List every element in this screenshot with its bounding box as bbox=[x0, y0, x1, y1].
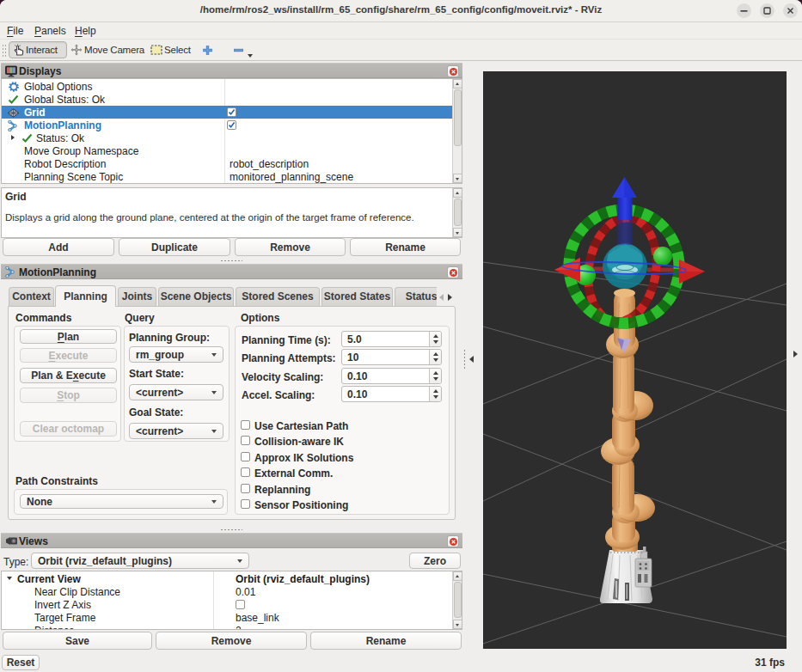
scrollbar-thumb[interactable] bbox=[454, 89, 462, 146]
scrollbar-up-button[interactable] bbox=[453, 79, 462, 89]
tree-row-target-frame[interactable]: Target Frame base_link bbox=[2, 611, 462, 624]
spin-up-icon[interactable] bbox=[433, 389, 438, 393]
add-tool-button[interactable] bbox=[199, 41, 217, 58]
tree-row-value[interactable]: 2 bbox=[236, 625, 242, 630]
tree-row-move-group-namespace[interactable]: Move Group Namespace bbox=[2, 144, 462, 157]
scrollbar-down-button[interactable] bbox=[453, 620, 462, 629]
tree-row-distance[interactable]: Distance 2 bbox=[2, 624, 462, 630]
velocity-scaling-spinbox[interactable] bbox=[341, 368, 442, 384]
approx-ik-solutions-checkbox[interactable] bbox=[241, 452, 250, 461]
views-tree-scrollbar[interactable] bbox=[452, 571, 462, 629]
tree-row-robot-description[interactable]: Robot Description robot_description bbox=[2, 157, 462, 170]
tree-row-invert-z[interactable]: Invert Z Axis bbox=[2, 598, 462, 611]
rename-view-button[interactable]: Rename bbox=[310, 632, 462, 650]
render-viewport[interactable] bbox=[483, 71, 787, 649]
plan-and-execute-button[interactable]: Plan & Execute bbox=[20, 368, 117, 383]
invert-z-checkbox[interactable] bbox=[236, 600, 245, 609]
accel-scaling-spinbox[interactable] bbox=[341, 386, 442, 402]
rename-display-button[interactable]: Rename bbox=[350, 238, 461, 256]
spin-down-icon[interactable] bbox=[433, 358, 438, 362]
panel-splitter-handle[interactable] bbox=[220, 528, 242, 531]
displays-tree-scrollbar[interactable] bbox=[452, 79, 462, 183]
sensor-positioning-checkbox[interactable] bbox=[241, 499, 250, 509]
close-button[interactable] bbox=[783, 3, 798, 18]
viewport-splitter-collapse-left-icon[interactable] bbox=[469, 356, 474, 363]
minimize-button[interactable] bbox=[737, 3, 751, 18]
tree-row-value[interactable]: base_link bbox=[236, 612, 279, 624]
menu-file[interactable]: File bbox=[7, 25, 23, 37]
reset-button[interactable]: Reset bbox=[2, 655, 40, 670]
clear-octomap-button[interactable]: Clear octomap bbox=[20, 421, 117, 437]
viewport-splitter-collapse-right-icon[interactable] bbox=[793, 351, 798, 357]
remove-display-button[interactable]: Remove bbox=[235, 238, 346, 256]
titlebar[interactable]: /home/rm/ros2_ws/install/rm_65_config/sh… bbox=[0, 0, 802, 22]
tab-joints[interactable]: Joints bbox=[118, 287, 156, 306]
displays-tree[interactable]: Global Options Global Status: Ok Grid bbox=[1, 78, 462, 184]
maximize-button[interactable] bbox=[760, 3, 774, 18]
motionplanning-panel-header[interactable]: MotionPlanning bbox=[1, 264, 462, 279]
planning-time-spinbox[interactable] bbox=[341, 331, 442, 347]
tree-row-scene-geometry[interactable]: Scene Geometry bbox=[2, 182, 462, 184]
tree-row-global-status[interactable]: Global Status: Ok bbox=[2, 93, 462, 106]
tab-status[interactable]: Status bbox=[395, 287, 437, 306]
scrollbar-thumb[interactable] bbox=[454, 199, 462, 226]
planning-attempts-input[interactable] bbox=[347, 350, 423, 364]
velocity-scaling-input[interactable] bbox=[347, 369, 423, 383]
scrollbar-up-button[interactable] bbox=[453, 571, 462, 581]
interact-tool-button[interactable]: Interact bbox=[9, 41, 67, 58]
add-display-button[interactable]: Add bbox=[3, 238, 114, 256]
view-type-combo[interactable]: Orbit (rviz_default_plugins) bbox=[31, 553, 249, 569]
spin-buttons[interactable] bbox=[429, 369, 441, 383]
menu-panels[interactable]: Panels bbox=[34, 25, 66, 37]
motionplanning-close-button[interactable] bbox=[447, 266, 459, 278]
tree-row-current-view[interactable]: Current View Orbit (rviz_default_plugins… bbox=[2, 572, 462, 585]
stop-button[interactable]: Stop bbox=[20, 388, 117, 403]
planning-group-combo[interactable]: rm_group bbox=[129, 346, 223, 363]
tab-scroll-right-button[interactable] bbox=[446, 290, 455, 305]
tab-planning[interactable]: Planning bbox=[55, 285, 116, 307]
tree-row-motionplanning[interactable]: MotionPlanning bbox=[2, 119, 462, 131]
use-cartesian-path-checkbox[interactable] bbox=[241, 420, 250, 430]
remove-view-button[interactable]: Remove bbox=[156, 632, 307, 650]
menu-help[interactable]: Help bbox=[75, 25, 96, 37]
tree-row-near-clip[interactable]: Near Clip Distance 0.01 bbox=[2, 585, 462, 598]
tree-row-global-options[interactable]: Global Options bbox=[2, 80, 462, 93]
views-panel-header[interactable]: Views bbox=[1, 533, 462, 548]
description-scrollbar[interactable] bbox=[452, 188, 462, 237]
scrollbar-down-button[interactable] bbox=[453, 228, 462, 237]
plan-button[interactable]: Plan bbox=[20, 329, 117, 344]
viewport-splitter-dots[interactable] bbox=[463, 349, 466, 370]
execute-button[interactable]: Execute bbox=[20, 348, 117, 363]
remove-tool-button[interactable] bbox=[230, 41, 253, 58]
toolbar-drag-handle[interactable] bbox=[2, 44, 6, 57]
tree-row-value[interactable]: robot_description bbox=[230, 158, 309, 170]
expander-down-icon[interactable] bbox=[7, 577, 12, 580]
external-comm-checkbox[interactable] bbox=[241, 467, 250, 477]
spin-buttons[interactable] bbox=[429, 350, 441, 364]
duplicate-display-button[interactable]: Duplicate bbox=[119, 238, 230, 256]
path-constraints-combo[interactable]: None bbox=[20, 494, 223, 509]
replanning-checkbox[interactable] bbox=[241, 484, 250, 493]
views-close-button[interactable] bbox=[447, 535, 459, 547]
goal-state-combo[interactable]: <current> bbox=[129, 423, 223, 439]
tab-scene-objects[interactable]: Scene Objects bbox=[158, 287, 234, 306]
tree-row-grid-selected[interactable]: Grid bbox=[2, 106, 462, 119]
displays-close-button[interactable] bbox=[447, 65, 459, 77]
planning-attempts-spinbox[interactable] bbox=[341, 349, 442, 365]
center-sphere-handle[interactable] bbox=[603, 243, 647, 289]
select-tool-button[interactable]: Select bbox=[147, 41, 194, 58]
tree-row-value[interactable]: monitored_planning_scene bbox=[230, 171, 353, 183]
tree-row-planning-scene-topic[interactable]: Planning Scene Topic monitored_planning_… bbox=[2, 170, 462, 183]
spin-down-icon[interactable] bbox=[433, 395, 438, 399]
spin-up-icon[interactable] bbox=[433, 334, 438, 338]
tab-scroll-left-button[interactable] bbox=[438, 290, 446, 305]
green-handle-right[interactable] bbox=[653, 247, 672, 266]
scrollbar-up-button[interactable] bbox=[453, 188, 462, 198]
zero-view-button[interactable]: Zero bbox=[409, 553, 461, 569]
start-state-combo[interactable]: <current> bbox=[129, 384, 223, 400]
expander-right-icon[interactable] bbox=[11, 135, 15, 140]
planning-time-input[interactable] bbox=[347, 332, 423, 346]
grid-enabled-checkbox[interactable] bbox=[227, 107, 236, 117]
spin-buttons[interactable] bbox=[429, 332, 441, 346]
collision-aware-ik-checkbox[interactable] bbox=[241, 436, 250, 445]
